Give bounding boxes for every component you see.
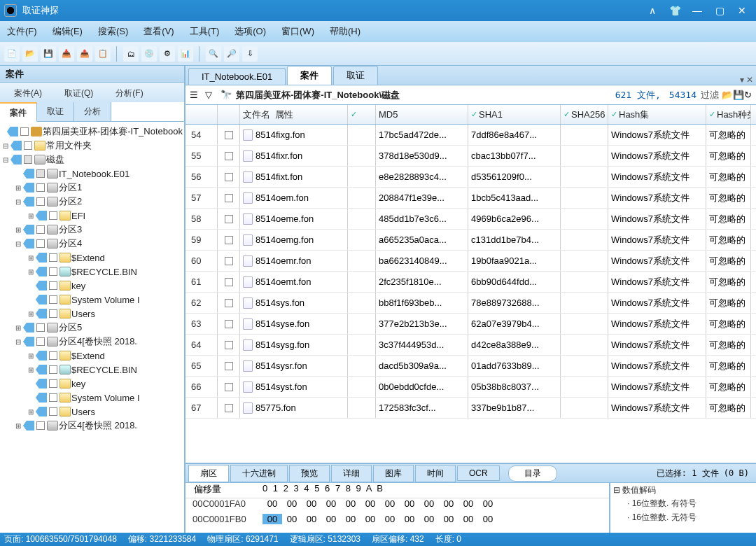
tree-row[interactable]: ⊞ 分区4[卷快照 2018. bbox=[1, 419, 183, 433]
tab-closer[interactable]: ▾ ✕ bbox=[740, 75, 753, 85]
checkbox[interactable] bbox=[49, 379, 57, 388]
row-checkbox[interactable] bbox=[225, 215, 233, 223]
menu-item[interactable]: 查看(V) bbox=[144, 25, 174, 38]
hex-row[interactable]: 00C0001FB0000000000000000000000000 bbox=[186, 514, 609, 529]
col-sha1[interactable]: ✓SHA1 bbox=[468, 105, 561, 124]
collapse-icon[interactable]: ∧ bbox=[643, 4, 662, 18]
tree-row[interactable]: ⊟ 分区4[卷快照 2018. bbox=[1, 335, 183, 349]
row-checkbox[interactable] bbox=[225, 194, 233, 202]
checkbox[interactable] bbox=[36, 183, 45, 192]
expander-icon[interactable]: ⊟ bbox=[1, 156, 10, 164]
tool-11[interactable]: 🔍 bbox=[206, 46, 221, 62]
checkbox[interactable] bbox=[36, 337, 45, 346]
checkbox[interactable] bbox=[49, 407, 57, 416]
table-row[interactable]: 66 8514syst.fon 0b0ebdd0cfde... 05b38b8c… bbox=[186, 377, 756, 398]
menu-item[interactable]: 文件(F) bbox=[7, 25, 37, 38]
bottom-tab[interactable]: 时间 bbox=[415, 465, 456, 482]
table-row[interactable]: 67 85775.fon 172583fc3cf... 337be9b1b87.… bbox=[186, 398, 756, 419]
expander-icon[interactable]: ⊟ bbox=[14, 198, 22, 206]
tree-row[interactable]: ⊟ 分区4 bbox=[1, 237, 183, 251]
filter-icon[interactable]: ▽ bbox=[205, 90, 216, 101]
tree-row[interactable]: key bbox=[1, 279, 183, 293]
row-checkbox[interactable] bbox=[225, 173, 233, 181]
checkbox[interactable] bbox=[36, 197, 45, 206]
checkbox[interactable] bbox=[49, 267, 57, 276]
tree-row[interactable]: ⊞ 分区3 bbox=[1, 223, 183, 237]
menu-item[interactable]: 帮助(H) bbox=[330, 25, 360, 38]
filter-label[interactable]: 过滤 bbox=[701, 89, 719, 102]
expander-icon[interactable]: ⊞ bbox=[14, 184, 22, 192]
checkbox[interactable] bbox=[24, 141, 32, 150]
tree-row[interactable]: System Volume I bbox=[1, 293, 183, 307]
checkbox[interactable] bbox=[24, 155, 32, 164]
refresh-icon[interactable]: ↻ bbox=[744, 90, 752, 100]
subtab[interactable]: 案件(A) bbox=[3, 85, 53, 102]
menu-item[interactable]: 工具(T) bbox=[190, 25, 220, 38]
grid-body[interactable]: 54 8514fixg.fon 17bc5ad472de... 7ddf86e8… bbox=[186, 125, 756, 463]
row-checkbox[interactable] bbox=[225, 299, 233, 307]
tool-1[interactable]: 📄 bbox=[4, 46, 20, 62]
col-sha256[interactable]: ✓SHA256 bbox=[561, 105, 608, 124]
checkbox[interactable] bbox=[49, 253, 57, 262]
table-row[interactable]: 59 8514oemg.fon a665235a0aca... c131dd1b… bbox=[186, 230, 756, 251]
expander-icon[interactable]: ⊞ bbox=[27, 310, 35, 318]
row-checkbox[interactable] bbox=[225, 383, 233, 391]
checkbox[interactable] bbox=[49, 309, 57, 318]
row-checkbox[interactable] bbox=[225, 341, 233, 349]
tree[interactable]: 第四届美亚杯-团体赛-IT_Notebook⊟ 常用文件夹⊟ 磁盘 IT_Not… bbox=[0, 122, 184, 533]
row-checkbox[interactable] bbox=[225, 278, 233, 286]
table-row[interactable]: 58 8514oeme.fon 485dd1b7e3c6... 4969b6ca… bbox=[186, 209, 756, 230]
tree-row[interactable]: IT_Notebook.E01 bbox=[1, 167, 183, 181]
table-row[interactable]: 60 8514oemr.fon ba6623140849... 19b0faa9… bbox=[186, 251, 756, 272]
expander-icon[interactable]: ⊞ bbox=[27, 268, 35, 276]
content-tab[interactable]: 案件 bbox=[0, 102, 37, 122]
shirt-icon[interactable]: 👕 bbox=[665, 4, 685, 18]
checkbox[interactable] bbox=[36, 239, 45, 248]
table-row[interactable]: 57 8514oem.fon 208847f1e39e... 1bcb5c413… bbox=[186, 188, 756, 209]
table-row[interactable]: 56 8514fixt.fon e8e2828893c4... d5356120… bbox=[186, 167, 756, 188]
maximize-button[interactable]: ▢ bbox=[710, 4, 729, 18]
bottom-tab[interactable]: 图库 bbox=[373, 465, 414, 482]
row-checkbox[interactable] bbox=[225, 152, 233, 160]
doc-tab[interactable]: IT_Notebook.E01 bbox=[188, 68, 286, 85]
bottom-tab[interactable]: 扇区 bbox=[188, 465, 229, 482]
expander-icon[interactable]: ⊞ bbox=[27, 366, 35, 374]
row-checkbox[interactable] bbox=[225, 320, 233, 328]
checkbox[interactable] bbox=[49, 281, 57, 290]
bottom-tab[interactable]: 详细 bbox=[331, 465, 372, 482]
tree-row[interactable]: ⊞ 分区5 bbox=[1, 321, 183, 335]
tool-6[interactable]: 📋 bbox=[95, 46, 111, 62]
menu-item[interactable]: 选项(O) bbox=[234, 25, 266, 38]
checkbox[interactable] bbox=[49, 365, 57, 374]
tool-3[interactable]: 💾 bbox=[41, 46, 56, 62]
row-checkbox[interactable] bbox=[225, 257, 233, 265]
checkbox[interactable] bbox=[36, 323, 45, 332]
checkbox[interactable] bbox=[49, 211, 57, 220]
tree-row[interactable]: ⊞ Users bbox=[1, 307, 183, 321]
checkbox[interactable] bbox=[49, 295, 57, 304]
col-filename[interactable]: 文件名 属性 bbox=[240, 105, 348, 124]
checkbox[interactable] bbox=[20, 127, 29, 136]
expander-icon[interactable]: ⊟ bbox=[14, 240, 22, 248]
subtab[interactable]: 取证(Q) bbox=[53, 85, 104, 102]
expander-icon[interactable]: ⊟ bbox=[14, 338, 22, 346]
dir-button[interactable]: 目录 bbox=[508, 465, 557, 482]
tree-row[interactable]: ⊞ $RECYCLE.BIN bbox=[1, 363, 183, 377]
binocular-icon[interactable]: 🔭 bbox=[220, 90, 232, 101]
table-row[interactable]: 65 8514sysr.fon dacd5b309a9a... 01add763… bbox=[186, 356, 756, 377]
col-md5[interactable]: MD5 bbox=[376, 105, 468, 124]
row-checkbox[interactable] bbox=[225, 236, 233, 244]
tree-row[interactable]: 第四届美亚杯-团体赛-IT_Notebook bbox=[1, 125, 183, 139]
minimize-button[interactable]: — bbox=[687, 4, 707, 18]
expander-icon[interactable]: ⊞ bbox=[27, 352, 35, 360]
bottom-tab[interactable]: OCR bbox=[457, 465, 500, 481]
content-tab[interactable]: 分析 bbox=[74, 102, 111, 121]
tree-row[interactable]: ⊟ 常用文件夹 bbox=[1, 139, 183, 153]
save-icon[interactable]: 💾 bbox=[733, 90, 744, 100]
doc-tab[interactable]: 取证 bbox=[333, 66, 378, 85]
menu-item[interactable]: 编辑(E) bbox=[52, 25, 83, 38]
checkbox[interactable] bbox=[49, 351, 57, 360]
table-row[interactable]: 64 8514sysg.fon 3c37f444953d... d42ce8a3… bbox=[186, 335, 756, 356]
tree-row[interactable]: ⊞ Users bbox=[1, 405, 183, 419]
expander-icon[interactable]: ⊞ bbox=[27, 408, 35, 416]
